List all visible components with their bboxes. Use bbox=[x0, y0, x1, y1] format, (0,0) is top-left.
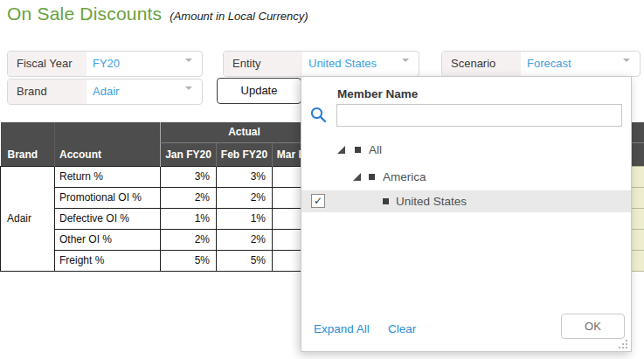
tree-node-label[interactable]: America bbox=[383, 163, 426, 190]
tree-node-all[interactable]: All bbox=[301, 136, 631, 163]
member-search-input[interactable] bbox=[336, 104, 622, 127]
grid-header-brand: Brand bbox=[1, 122, 55, 166]
chevron-down-icon[interactable] bbox=[402, 62, 410, 77]
resize-grip-icon[interactable] bbox=[619, 340, 627, 349]
tree-expand-icon[interactable] bbox=[337, 146, 345, 154]
clear-link[interactable]: Clear bbox=[388, 322, 416, 335]
grid-header-account: Account bbox=[55, 122, 161, 166]
value-cell: 3% bbox=[217, 166, 273, 187]
entity-label: Entity bbox=[224, 52, 302, 76]
bullet-icon bbox=[355, 147, 361, 153]
value-cell: 2% bbox=[161, 229, 217, 250]
account-cell: Other OI % bbox=[55, 229, 161, 250]
scenario-label: Scenario bbox=[442, 52, 521, 76]
chevron-down-icon[interactable] bbox=[185, 90, 193, 105]
chevron-down-icon[interactable] bbox=[623, 62, 631, 77]
scenario-value[interactable]: Forecast bbox=[521, 52, 640, 76]
bullet-icon bbox=[369, 174, 375, 180]
ok-button[interactable]: OK bbox=[561, 314, 625, 339]
member-tree: All America ✓ United States bbox=[301, 136, 631, 212]
brand-cell: Adair bbox=[1, 166, 55, 271]
tree-node-united-states[interactable]: ✓ United States bbox=[301, 190, 631, 212]
member-selector-popup: Member Name All America ✓ United S bbox=[301, 76, 632, 352]
fiscal-year-label: Fiscal Year bbox=[8, 52, 87, 76]
account-cell: Return % bbox=[55, 166, 161, 187]
update-button[interactable]: Update bbox=[217, 78, 301, 104]
value-cell: 5% bbox=[217, 250, 273, 271]
brand-label: Brand bbox=[8, 79, 87, 104]
value-cell: 2% bbox=[217, 187, 273, 208]
page-title: On Sale Discounts bbox=[7, 3, 162, 24]
value-cell: 1% bbox=[217, 208, 273, 229]
scenario-combobox[interactable]: Scenario Forecast bbox=[441, 51, 641, 77]
expand-all-link[interactable]: Expand All bbox=[314, 322, 370, 335]
value-cell: 2% bbox=[161, 187, 217, 208]
grid-header-month: Jan FY20 bbox=[161, 142, 217, 166]
brand-combobox[interactable]: Brand Adair bbox=[7, 79, 203, 105]
account-cell: Freight % bbox=[55, 250, 161, 271]
tree-node-label[interactable]: All bbox=[369, 136, 382, 163]
grid-header-month: Feb FY20 bbox=[217, 142, 273, 166]
app-screen: On Sale Discounts (Amount in Local Curre… bbox=[0, 0, 644, 359]
tree-expand-icon[interactable] bbox=[353, 173, 361, 181]
bullet-icon bbox=[383, 198, 389, 204]
page-header: On Sale Discounts (Amount in Local Curre… bbox=[7, 3, 308, 24]
chevron-down-icon[interactable] bbox=[185, 62, 193, 77]
value-cell: 2% bbox=[217, 229, 273, 250]
account-cell: Defective OI % bbox=[55, 208, 161, 229]
fiscal-year-combobox[interactable]: Fiscal Year FY20 bbox=[7, 51, 203, 77]
value-cell: 1% bbox=[161, 208, 217, 229]
search-icon bbox=[309, 106, 328, 128]
tree-node-label[interactable]: United States bbox=[396, 190, 467, 212]
member-name-title: Member Name bbox=[337, 87, 418, 100]
entity-combobox[interactable]: Entity United States bbox=[223, 51, 419, 77]
value-cell: 5% bbox=[161, 250, 217, 271]
value-cell: 3% bbox=[161, 166, 217, 187]
checkbox-checked-icon[interactable]: ✓ bbox=[311, 194, 325, 208]
account-cell: Promotional OI % bbox=[55, 187, 161, 208]
tree-node-america[interactable]: America bbox=[301, 163, 631, 190]
page-subtitle: (Amount in Local Currency) bbox=[170, 10, 308, 23]
